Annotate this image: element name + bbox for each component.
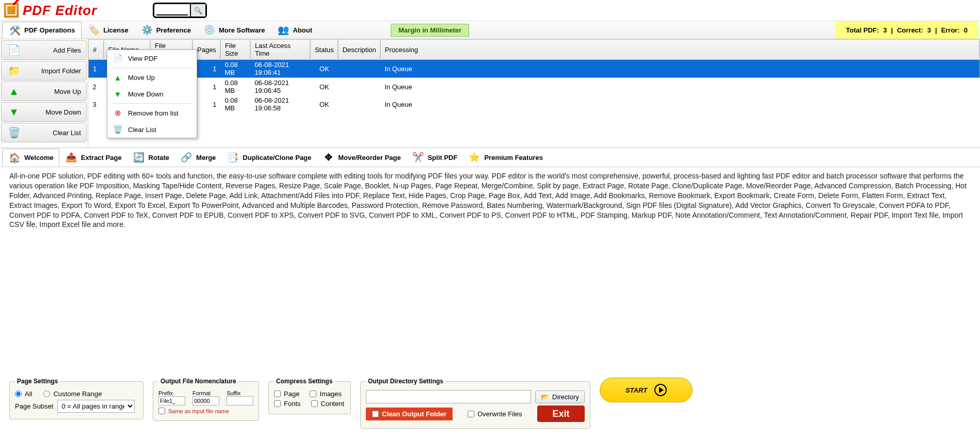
- prefix-input[interactable]: [158, 396, 185, 405]
- ctx-move-down[interactable]: ▼Move Down: [107, 86, 197, 102]
- duplicate-icon: 📑: [226, 151, 239, 164]
- tab-move[interactable]: ✥Move/Reorder Page: [316, 149, 406, 166]
- arrow-up-icon: ▲: [113, 72, 123, 83]
- menu-about[interactable]: 👥 About: [271, 22, 318, 38]
- arrow-down-icon: ▼: [7, 105, 21, 119]
- chk-images[interactable]: Images: [310, 390, 342, 398]
- merge-icon: 🔗: [180, 151, 193, 164]
- tab-premium[interactable]: ⭐Premium Features: [462, 149, 548, 166]
- license-icon: 🏷️: [88, 24, 100, 36]
- split-icon: ✂️: [411, 151, 425, 164]
- col-lastaccess[interactable]: Last Access Time: [250, 40, 310, 60]
- suffix-input[interactable]: [227, 396, 253, 405]
- move-up-button[interactable]: ▲Move Up: [1, 82, 87, 101]
- table-row[interactable]: 310.08 MB06-08-2021 19:06:58OKIn Queue: [89, 95, 980, 113]
- format-input[interactable]: [192, 396, 219, 405]
- nomenclature-group: Output File Nomenclature Prefix Format S…: [153, 378, 259, 421]
- radio-all[interactable]: All: [15, 390, 32, 398]
- about-icon: 👥: [277, 24, 290, 36]
- compress-group: Compress Settings Page Images Fonts Cont…: [268, 378, 351, 414]
- extract-icon: 📤: [65, 151, 78, 164]
- folder-up-icon: 📂: [541, 393, 549, 401]
- tab-merge[interactable]: 🔗Merge: [174, 149, 221, 166]
- page-subset-select[interactable]: 0 = All pages in range: [57, 400, 135, 413]
- folder-icon: 📁: [7, 63, 21, 78]
- chk-page[interactable]: Page: [274, 390, 299, 398]
- page-settings-group: Page Settings All Custome Range Page Sub…: [9, 378, 143, 419]
- chk-content[interactable]: Content: [311, 400, 345, 408]
- tools-icon: 🛠️: [9, 24, 21, 37]
- ctx-remove[interactable]: ⊗Remove from list: [107, 105, 197, 121]
- table-row[interactable]: 110.08 MB06-08-2021 19:06:41OKIn Queue: [89, 60, 980, 78]
- arrow-up-icon: ▲: [7, 84, 21, 99]
- search-input[interactable]: [156, 5, 188, 15]
- add-file-icon: 📄: [7, 43, 21, 57]
- status-summary: Total PDF:3| Correct:3| Error:0: [836, 21, 978, 39]
- app-logo-icon: [4, 3, 19, 18]
- menu-preference[interactable]: ⚙️ Preference: [135, 22, 197, 38]
- col-processing[interactable]: Processing: [380, 40, 979, 60]
- radio-custom-range[interactable]: Custome Range: [43, 390, 102, 398]
- welcome-icon: 🏠: [8, 151, 21, 165]
- add-files-button[interactable]: 📄Add Files: [1, 40, 87, 60]
- arrow-down-icon: ▼: [113, 89, 123, 99]
- margin-indicator: Margin in Millimeter: [391, 24, 469, 37]
- directory-button[interactable]: 📂Directory: [535, 391, 585, 403]
- ctx-clear[interactable]: 🗑️Clear List: [107, 121, 197, 138]
- remove-icon: ⊗: [113, 108, 123, 118]
- view-icon: 📄: [113, 53, 123, 63]
- col-filesize[interactable]: File Size: [220, 40, 250, 60]
- search-box: 🔍: [153, 3, 207, 18]
- ctx-move-up[interactable]: ▲Move Up: [107, 69, 197, 86]
- exit-button[interactable]: Exit: [537, 405, 585, 422]
- clear-icon: 🗑️: [7, 125, 21, 140]
- search-button[interactable]: 🔍: [190, 4, 205, 17]
- col-description[interactable]: Description: [338, 40, 380, 60]
- menu-pdf-operations[interactable]: 🛠️ PDF Operations: [2, 22, 82, 39]
- context-menu: 📄View PDF ▲Move Up ▼Move Down ⊗Remove fr…: [107, 50, 197, 138]
- search-icon: 🔍: [194, 7, 202, 14]
- ctx-view-pdf[interactable]: 📄View PDF: [107, 50, 197, 67]
- table-row[interactable]: 210.08 MB06-08-2021 19:06:45OKIn Queue: [89, 78, 980, 96]
- tab-split[interactable]: ✂️Split PDF: [406, 149, 463, 166]
- file-grid[interactable]: # File Name File Password Pages File Siz…: [88, 39, 980, 113]
- tab-rotate[interactable]: 🔄Rotate: [127, 149, 174, 166]
- app-title: PDF Editor: [23, 3, 97, 19]
- gear-icon: ⚙️: [141, 24, 153, 36]
- tab-welcome[interactable]: 🏠Welcome: [2, 149, 59, 167]
- same-as-input-checkbox[interactable]: Same as input file name: [158, 408, 229, 414]
- col-status[interactable]: Status: [310, 40, 338, 60]
- clean-output-button[interactable]: Clean Output Folder: [366, 408, 453, 420]
- clear-icon: 🗑️: [113, 124, 123, 135]
- chk-fonts[interactable]: Fonts: [274, 400, 301, 408]
- software-icon: 💿: [203, 24, 216, 36]
- premium-icon: ⭐: [468, 151, 481, 164]
- clear-list-button[interactable]: 🗑️Clear List: [1, 123, 87, 142]
- overwrite-checkbox[interactable]: Overwrite Files: [468, 410, 522, 418]
- rotate-icon: 🔄: [132, 151, 146, 164]
- col-num[interactable]: #: [89, 40, 104, 60]
- start-button[interactable]: START: [600, 378, 693, 402]
- menu-more-software[interactable]: 💿 More Software: [197, 22, 271, 38]
- tab-extract[interactable]: 📤Extract Page: [59, 149, 127, 166]
- tab-duplicate[interactable]: 📑Duplicate/Clone Page: [221, 149, 316, 166]
- play-icon: [654, 384, 667, 396]
- import-folder-button[interactable]: 📁Import Folder: [1, 61, 87, 80]
- output-dir-input[interactable]: [366, 390, 531, 403]
- menu-license[interactable]: 🏷️ License: [82, 22, 134, 38]
- move-down-button[interactable]: ▼Move Down: [1, 102, 87, 122]
- move-icon: ✥: [322, 151, 335, 164]
- welcome-description: All-in-one PDF solution, PDF editing wit…: [0, 167, 980, 234]
- output-dir-group: Output Directory Settings 📂Directory Cle…: [360, 378, 590, 429]
